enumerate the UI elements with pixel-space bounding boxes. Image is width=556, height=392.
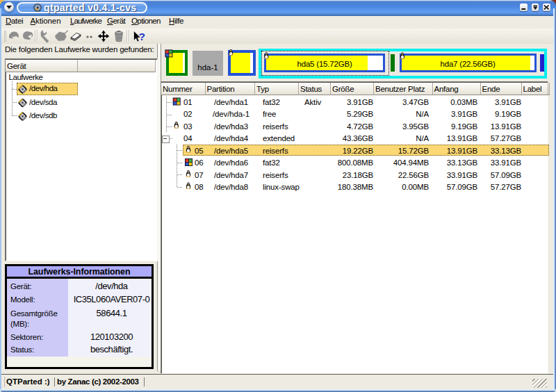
svg-text:?: ? xyxy=(139,31,145,42)
